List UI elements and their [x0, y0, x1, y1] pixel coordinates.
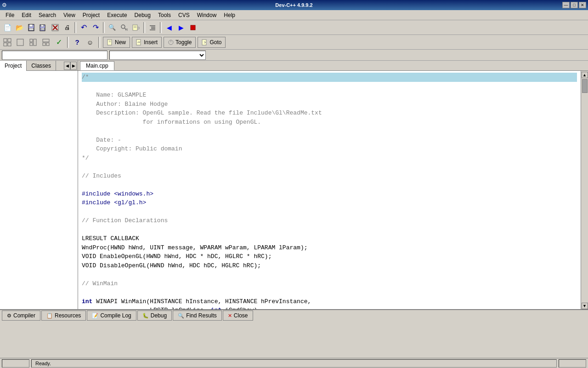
- svg-rect-1: [29, 24, 33, 27]
- stop-button[interactable]: [187, 22, 198, 33]
- nav-forward-arrow[interactable]: ▶: [70, 62, 77, 70]
- minimize-button[interactable]: —: [562, 2, 570, 8]
- find-button[interactable]: 🔍: [107, 22, 118, 33]
- svg-rect-31: [46, 43, 49, 46]
- save-button[interactable]: [26, 22, 37, 33]
- window-controls: — □ ✕: [562, 2, 586, 8]
- menu-search[interactable]: Search: [35, 11, 60, 19]
- autocomplete-dropdown[interactable]: [109, 51, 206, 60]
- menu-bar: File Edit Search View Project Execute De…: [0, 10, 588, 20]
- redo-button[interactable]: ↷: [90, 22, 101, 33]
- sidebar-tabs: Project Classes ◀ ▶: [0, 61, 78, 71]
- single-view-button[interactable]: [15, 37, 26, 48]
- indent-button[interactable]: [147, 22, 158, 33]
- toggle-label-button[interactable]: Toggle: [164, 37, 196, 48]
- menu-tools[interactable]: Tools: [154, 11, 175, 19]
- svg-rect-23: [4, 43, 7, 46]
- project-view-button[interactable]: [2, 37, 13, 48]
- separator3: [143, 22, 145, 33]
- forward-button[interactable]: ▶: [175, 22, 187, 33]
- menu-help[interactable]: Help: [220, 11, 239, 19]
- svg-text:R: R: [125, 28, 128, 31]
- insert-label-button[interactable]: Insert: [132, 37, 162, 48]
- close-button[interactable]: ✕: [579, 2, 586, 8]
- open-button[interactable]: 📂: [14, 22, 25, 33]
- new-label: New: [115, 39, 126, 46]
- title-bar: ⚙ Dev-C++ 4.9.9.2 — □ ✕: [0, 0, 588, 10]
- maximize-button[interactable]: □: [571, 2, 578, 8]
- menu-file[interactable]: File: [2, 11, 18, 19]
- svg-rect-21: [4, 39, 7, 42]
- separator2: [103, 22, 105, 33]
- print-button[interactable]: 🖨: [62, 22, 73, 33]
- separator1: [74, 22, 76, 33]
- close-file-button[interactable]: [50, 22, 61, 33]
- menu-edit[interactable]: Edit: [18, 11, 35, 19]
- goto-label: Goto: [209, 39, 221, 46]
- editor-tab-main-cpp[interactable]: Main.cpp: [80, 61, 114, 70]
- menu-cvs[interactable]: CVS: [175, 11, 193, 19]
- separator5: [67, 37, 69, 48]
- separator4: [160, 22, 162, 33]
- app-icon: ⚙: [2, 2, 7, 8]
- svg-rect-5: [41, 28, 45, 30]
- svg-rect-28: [30, 43, 33, 46]
- help-button[interactable]: ?: [72, 37, 83, 48]
- svg-rect-20: [191, 25, 195, 30]
- scroll-up-btn[interactable]: ▲: [582, 72, 588, 78]
- svg-rect-22: [8, 39, 11, 42]
- status-left: [2, 359, 29, 368]
- menu-view[interactable]: View: [60, 11, 79, 19]
- scroll-down-btn[interactable]: ▼: [582, 303, 588, 309]
- svg-rect-6: [41, 24, 42, 25]
- bottom-tab-find-results[interactable]: 🔍 Find Results: [173, 310, 222, 321]
- bottom-content: [0, 321, 588, 358]
- save-all-button[interactable]: [38, 22, 49, 33]
- bottom-tab-resources[interactable]: 📋 Resources: [41, 310, 86, 321]
- svg-rect-25: [17, 39, 23, 46]
- bottom-tab-compiler[interactable]: ⚙ Compiler: [2, 310, 40, 321]
- bottom-tab-bar: ⚙ Compiler 📋 Resources 📝 Compile Log 🐛 D…: [0, 309, 588, 321]
- bottom-tab-debug[interactable]: 🐛 Debug: [137, 310, 172, 321]
- sidebar-content[interactable]: [0, 71, 78, 309]
- undo-button[interactable]: ↶: [78, 22, 89, 33]
- code-editor[interactable]: /* Name: GLSAMPLE Author: Blaine Hodge D…: [78, 71, 581, 309]
- new-file-button[interactable]: 📄: [2, 22, 13, 33]
- vertical-scrollbar[interactable]: ▲ ▼: [581, 71, 588, 309]
- goto-label-button[interactable]: Goto: [198, 37, 226, 48]
- svg-point-10: [121, 25, 125, 29]
- editor-tab-bar: Main.cpp: [78, 61, 588, 71]
- svg-rect-32: [107, 40, 112, 45]
- scroll-thumb[interactable]: [582, 79, 588, 93]
- menu-execute[interactable]: Execute: [103, 11, 130, 19]
- replace-button[interactable]: R: [119, 22, 130, 33]
- nav-back-arrow[interactable]: ◀: [64, 62, 70, 70]
- class-view-button[interactable]: [28, 37, 39, 48]
- smile-button[interactable]: ☺: [85, 37, 96, 48]
- check-button[interactable]: ✓: [53, 37, 64, 48]
- title-bar-left: ⚙: [2, 2, 7, 8]
- code-content[interactable]: /* Name: GLSAMPLE Author: Blaine Hodge D…: [78, 71, 581, 309]
- content-area: Project Classes ◀ ▶ Main.cpp: [0, 61, 588, 309]
- goto-button[interactable]: [130, 22, 141, 33]
- menu-debug[interactable]: Debug: [131, 11, 154, 19]
- menu-window[interactable]: Window: [193, 11, 220, 19]
- menu-project[interactable]: Project: [79, 11, 103, 19]
- multi-view-button[interactable]: [40, 37, 51, 48]
- svg-rect-27: [34, 39, 36, 46]
- svg-rect-24: [8, 43, 11, 46]
- back-button[interactable]: ◀: [164, 22, 175, 33]
- autocomplete-bar: [0, 50, 588, 61]
- new-label-button[interactable]: New: [103, 37, 130, 48]
- bottom-tab-close[interactable]: ✕ Close: [223, 310, 253, 321]
- sidebar-tab-project[interactable]: Project: [0, 61, 27, 71]
- svg-rect-2: [29, 28, 34, 30]
- window-title: Dev-C++ 4.9.9.2: [275, 2, 312, 8]
- toggle-label: Toggle: [175, 39, 192, 46]
- sidebar-tab-classes[interactable]: Classes: [27, 61, 56, 71]
- insert-label: Insert: [144, 39, 158, 46]
- svg-rect-30: [43, 43, 45, 46]
- bottom-tab-compile-log[interactable]: 📝 Compile Log: [87, 310, 136, 321]
- autocomplete-input[interactable]: [2, 51, 107, 60]
- status-ready: Ready.: [31, 359, 557, 368]
